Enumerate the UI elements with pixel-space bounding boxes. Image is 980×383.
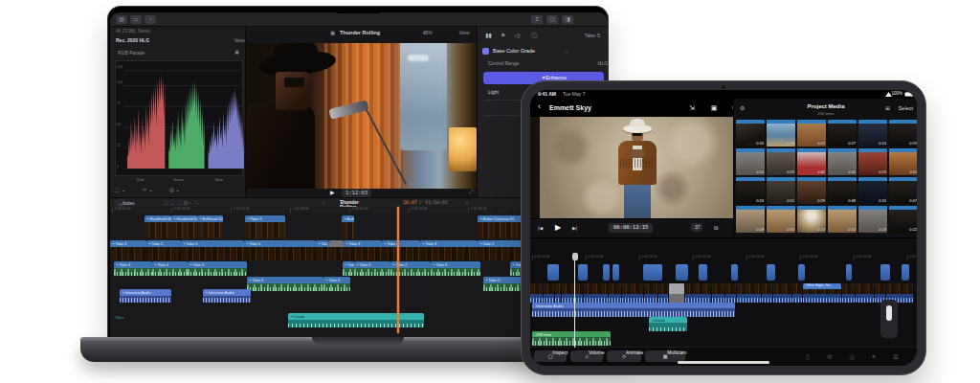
- media-thumbnail[interactable]: 0:21: [797, 120, 826, 146]
- timeline-tab-title[interactable]: Thunder Rolling ⌄: [340, 200, 344, 205]
- timeline-clip[interactable]: [609, 283, 621, 303]
- sidebar-toggle-icon[interactable]: ▥: [116, 15, 127, 24]
- riff-intro-audio-clip[interactable]: ♪ Riff Intro: [532, 331, 611, 346]
- browser-toggle-icon[interactable]: ◫: [546, 15, 558, 24]
- media-thumbnail[interactable]: 0:24: [736, 177, 765, 204]
- timeline-clip[interactable]: ▪ Take 5: [146, 240, 181, 260]
- play-button[interactable]: ▶: [330, 190, 335, 195]
- timeline-clip[interactable]: ▪ Take 3: [245, 215, 285, 238]
- timeline-clip[interactable]: ▪ Take 3: [181, 240, 244, 260]
- playhead-handle[interactable]: [572, 253, 578, 260]
- media-thumbnail[interactable]: 0:47: [889, 177, 917, 204]
- volume-button[interactable]: ♫ Volume: [570, 350, 603, 362]
- loop-icon[interactable]: ◎: [846, 351, 858, 362]
- media-thumbnail[interactable]: 0:14: [858, 120, 887, 146]
- timeline-clip[interactable]: [725, 283, 736, 303]
- share-icon[interactable]: ↥: [531, 15, 543, 24]
- media-thumbnail[interactable]: 0:15: [858, 177, 887, 204]
- timeline-clip[interactable]: [658, 283, 668, 303]
- select-button[interactable]: Select: [899, 106, 913, 112]
- viewer-view-menu[interactable]: View ⌄: [459, 31, 463, 35]
- skip-back-icon[interactable]: |◀: [538, 226, 543, 231]
- keyword-editor-icon[interactable]: ⚏: [130, 15, 142, 24]
- media-thumbnail[interactable]: 0:42: [797, 148, 826, 175]
- media-thumbnail[interactable]: 0:23: [858, 148, 887, 175]
- link-icon[interactable]: ⚭: [868, 351, 880, 362]
- media-thumbnail[interactable]: 0:23: [767, 148, 795, 175]
- timeline-scrollbar[interactable]: [880, 300, 898, 338]
- timeline-clip[interactable]: ▪ Take 3: [420, 240, 478, 260]
- timeline-clip[interactable]: [555, 283, 561, 303]
- media-thumbnail[interactable]: 0:23: [767, 120, 795, 146]
- scope-view-menu[interactable]: View ⌄: [234, 38, 238, 43]
- timeline-clip[interactable]: ▪ Take 3: [354, 261, 390, 276]
- timeline-clip[interactable]: [712, 283, 724, 303]
- timeline-clip[interactable]: ▪ Take 3: [344, 240, 382, 260]
- timeline-clip[interactable]: [622, 283, 643, 303]
- timeline-clip[interactable]: ▪ Handheld 62: [171, 215, 197, 238]
- timeline-clip[interactable]: ▪ Take 5: [244, 240, 316, 260]
- timeline-clip[interactable]: ▪ Take 4: [431, 261, 480, 276]
- timeline-clip[interactable]: ▪ Bullhead 62: [197, 215, 223, 238]
- media-thumbnail[interactable]: 0:48: [828, 177, 857, 204]
- grade-row[interactable]: Base Color Grade ⌄: [482, 46, 604, 56]
- import-icon[interactable]: ⇲: [686, 103, 698, 113]
- timeline-clip[interactable]: ▪ Take 3: [110, 240, 146, 260]
- timeline-clip[interactable]: I Write Right, Yes: [803, 283, 841, 303]
- timeline-clip[interactable]: ▪ Tak: [316, 240, 329, 260]
- timeline-clip[interactable]: ▪ Interview Audio: [203, 289, 251, 303]
- media-thumbnail[interactable]: 0:35: [767, 206, 795, 233]
- tab-forward-icon[interactable]: ›: [466, 200, 468, 205]
- pip-icon[interactable]: ⧉: [714, 225, 718, 231]
- timeline-clip[interactable]: ▪ Interview Audio: [120, 289, 171, 303]
- timeline-clip[interactable]: [530, 283, 543, 303]
- check-circle-icon[interactable]: ⊘: [824, 351, 835, 362]
- media-thumbnail[interactable]: 0:19: [889, 120, 917, 146]
- zoom-tool-icon[interactable]: ◎ ⌄: [169, 188, 180, 193]
- timeline-clip[interactable]: [575, 283, 583, 303]
- back-chevron-icon[interactable]: ‹: [538, 102, 541, 111]
- project-title[interactable]: Emmett Skyy: [549, 104, 591, 111]
- camera-icon[interactable]: ▣: [708, 103, 720, 113]
- media-thumbnail[interactable]: 0:14: [736, 148, 765, 175]
- interview-audio-clip[interactable]: ♪ Interview Audio: [532, 303, 735, 317]
- timeline-clip[interactable]: [856, 283, 874, 303]
- grid-view-icon[interactable]: ⊞: [885, 105, 890, 111]
- timeline-clip[interactable]: [644, 283, 657, 303]
- viewer-fullscreen-icon[interactable]: ⤢: [469, 190, 473, 194]
- timeline-clip[interactable]: ▪ Take 4: [152, 261, 188, 276]
- timeline-clip[interactable]: [544, 283, 554, 303]
- skip-forward-icon[interactable]: ▶|: [572, 226, 577, 231]
- color-inspector-icon[interactable]: ⚑: [501, 33, 505, 38]
- background-tasks-icon[interactable]: ◔: [145, 15, 156, 24]
- media-thumbnail[interactable]: 0:29: [797, 177, 826, 204]
- timeline-clip[interactable]: ▪ Take 2: [382, 240, 420, 260]
- timeline-clip[interactable]: ▪ Audi...: [342, 215, 354, 238]
- trash-icon[interactable]: ▯: [802, 351, 813, 362]
- timeline-clip[interactable]: ▪ Take 3: [114, 261, 152, 276]
- media-thumbnail[interactable]: 0:18: [736, 206, 765, 233]
- timeline-clip[interactable]: [685, 283, 711, 303]
- control-range-value[interactable]: HLG ⌄: [598, 61, 602, 66]
- timeline-clip[interactable]: [669, 283, 684, 303]
- playhead[interactable]: [574, 256, 575, 348]
- viewer-zoom-menu[interactable]: 45% ⌄: [423, 31, 427, 35]
- media-thumbnail[interactable]: 0:11: [889, 148, 917, 175]
- timeline-clip[interactable]: [842, 283, 855, 303]
- timeline-clip[interactable]: [329, 240, 344, 260]
- blade-tool-icon[interactable]: ✂ ⌄: [143, 188, 153, 193]
- scrollbar-thumb[interactable]: [886, 305, 892, 321]
- index-button[interactable]: ⌄ Index: [115, 199, 126, 207]
- timeline-clip[interactable]: [762, 283, 772, 303]
- overlap-icon[interactable]: ⧉: [890, 351, 902, 362]
- inspector-toggle-icon[interactable]: ◨: [562, 15, 573, 24]
- media-thumbnail[interactable]: 0:41: [828, 148, 857, 175]
- info-inspector-icon[interactable]: ⓘ: [531, 33, 537, 38]
- playhead[interactable]: [397, 207, 399, 333]
- tab-back-icon[interactable]: ‹: [323, 200, 324, 205]
- media-thumbnail[interactable]: 0:23: [858, 206, 887, 233]
- inspect-button[interactable]: ▢ Inspect: [534, 350, 567, 362]
- home-indicator[interactable]: [678, 361, 769, 364]
- timeline-clip[interactable]: [562, 283, 574, 303]
- media-thumbnail[interactable]: 0:27: [828, 120, 857, 146]
